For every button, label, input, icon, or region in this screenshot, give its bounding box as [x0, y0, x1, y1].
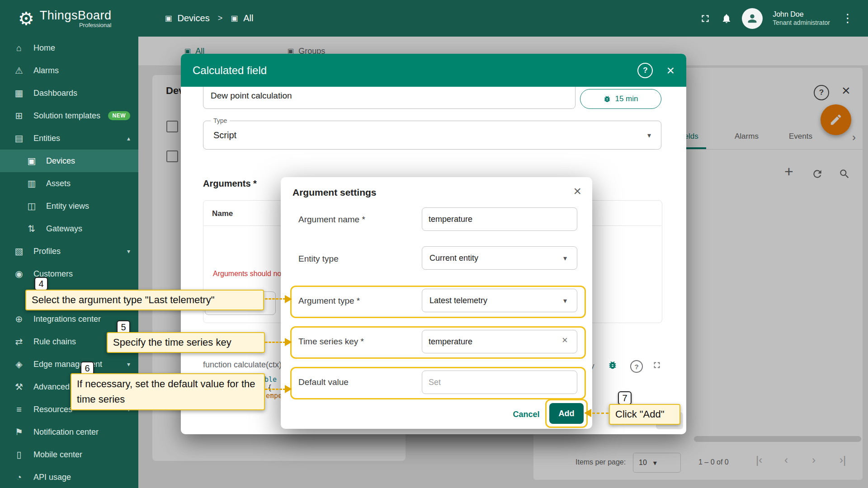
type-value: Script [213, 130, 236, 141]
time-series-key-input[interactable] [422, 330, 577, 353]
function-signature: function calculate(ctx) [203, 360, 282, 370]
chevron-down-icon: ▾ [127, 248, 130, 255]
code-line: { [268, 384, 272, 392]
sidebar-item-entity-views[interactable]: ◫ Entity views [0, 195, 138, 217]
dialog-title: Calculated field [193, 64, 637, 77]
sidebar-item-label: Solution templates [33, 111, 100, 121]
fullscreen-icon[interactable] [652, 360, 662, 372]
notification-center-icon: ⚑ [13, 427, 25, 437]
cancel-button[interactable]: Cancel [506, 405, 547, 423]
sidebar-item-api-usage[interactable]: ◔ API usage [0, 466, 138, 488]
sidebar-item-notification-center[interactable]: ⚑ Notification center [0, 421, 138, 443]
entity-type-label: Entity type [298, 254, 339, 264]
api-usage-icon: ◔ [13, 472, 25, 483]
breadcrumb-devices[interactable]: Devices [178, 13, 210, 23]
clear-icon[interactable]: × [562, 335, 568, 345]
callout-step-5-text: Specify the time series key [107, 332, 265, 353]
sidebar-item-home[interactable]: ⌂ Home [0, 37, 138, 59]
callout-connector [265, 298, 286, 300]
avatar[interactable] [742, 8, 763, 29]
user-info: John Doe Tenant administrator [773, 10, 830, 27]
mobile-center-icon: ▯ [13, 449, 25, 460]
sidebar-item-label: Home [33, 43, 55, 53]
fullscreen-icon[interactable] [699, 13, 711, 24]
entities-icon: ▤ [13, 133, 25, 144]
argument-name-label: Argument name * [298, 215, 365, 225]
callout-arrow-icon [285, 385, 292, 393]
dialog-title: Argument settings [292, 187, 377, 198]
chevron-up-icon: ▴ [127, 135, 130, 142]
app-title: ThingsBoard [40, 9, 112, 23]
callout-step-6-text: If necessary, set the default value for … [71, 373, 265, 410]
debug-duration-label: 15 min [615, 94, 638, 103]
argument-type-select[interactable]: Latest telemetry ▾ [422, 289, 577, 312]
sidebar-item-gateways[interactable]: ⇅ Gateways [0, 217, 138, 240]
header-actions: John Doe Tenant administrator ⋮ [699, 8, 855, 29]
bug-icon [603, 95, 611, 103]
chevron-down-icon: ▾ [127, 361, 130, 368]
sidebar-item-label: Profiles [33, 247, 61, 256]
help-icon[interactable]: ? [630, 360, 643, 373]
rule-chains-icon: ⇄ [13, 336, 25, 347]
sidebar-item-label: Mobile center [33, 450, 82, 460]
sidebar-item-devices[interactable]: ▣ Devices [0, 150, 138, 172]
assets-icon: ▥ [25, 178, 38, 189]
user-role: Tenant administrator [773, 19, 830, 27]
callout-connector [265, 389, 286, 390]
logo[interactable]: ⚙ ThingsBoard Professional [18, 9, 111, 28]
app-edition: Professional [79, 22, 112, 28]
sidebar-item-label: Gateways [46, 224, 82, 234]
integrations-icon: ⊕ [13, 314, 25, 324]
user-name: John Doe [773, 10, 830, 19]
help-icon[interactable]: ? [637, 63, 653, 78]
callout-connector [265, 342, 286, 343]
arguments-section-label: Arguments * [203, 178, 257, 189]
time-series-key-label: Time series key * [298, 337, 364, 347]
customers-icon: ◉ [13, 268, 25, 279]
all-group-icon: ▣ [231, 14, 238, 23]
debug-settings-chip[interactable]: 15 min [580, 89, 661, 109]
bug-icon[interactable] [608, 360, 618, 372]
entity-views-icon: ◫ [25, 201, 38, 211]
bell-icon[interactable] [721, 13, 732, 24]
chevron-down-icon: ▾ [563, 296, 567, 305]
breadcrumb-separator: > [218, 14, 223, 23]
default-value-label: Default value [298, 377, 349, 387]
arguments-name-header: Name [212, 209, 233, 218]
type-select[interactable]: Type Script ▾ [203, 121, 661, 150]
entity-type-select[interactable]: Current entity ▾ [422, 246, 577, 270]
sidebar: ⌂ Home ⚠ Alarms ▦ Dashboards ⊞ Solution … [0, 37, 138, 488]
breadcrumb-all[interactable]: All [243, 13, 253, 23]
argument-type-label: Argument type * [298, 296, 360, 306]
app-header: ⚙ ThingsBoard Professional ▣ Devices > ▣… [0, 0, 868, 37]
advanced-features-icon: ⚒ [13, 381, 25, 392]
sidebar-item-profiles[interactable]: ▧ Profiles ▾ [0, 240, 138, 263]
sidebar-item-label: Rule chains [33, 337, 76, 347]
add-button[interactable]: Add [549, 403, 584, 424]
logo-gear-icon: ⚙ [18, 9, 34, 28]
sidebar-item-entities[interactable]: ▤ Entities ▴ [0, 127, 138, 150]
new-badge: NEW [108, 111, 131, 120]
chevron-down-icon: ▾ [647, 131, 651, 140]
type-label: Type [211, 117, 230, 124]
sidebar-item-label: Notification center [33, 427, 99, 437]
callout-arrow-icon [285, 338, 292, 346]
sidebar-item-alarms[interactable]: ⚠ Alarms [0, 59, 138, 82]
breadcrumb: ▣ Devices > ▣ All [165, 13, 253, 23]
sidebar-item-label: Resources [33, 405, 72, 414]
kebab-menu-icon[interactable]: ⋮ [840, 11, 855, 25]
resources-icon: ≡ [13, 404, 25, 415]
sidebar-item-assets[interactable]: ▥ Assets [0, 172, 138, 195]
sidebar-item-edge-management[interactable]: ◈ Edge management ▾ [0, 353, 138, 375]
argument-name-input[interactable] [422, 207, 577, 231]
default-value-input[interactable]: Set [422, 371, 577, 394]
callout-step-4-number: 4 [34, 277, 48, 291]
sidebar-item-dashboards[interactable]: ▦ Dashboards [0, 82, 138, 104]
sidebar-item-customers[interactable]: ◉ Customers [0, 263, 138, 285]
entity-type-value: Current entity [429, 253, 478, 263]
callout-arrow-icon [285, 295, 292, 303]
sidebar-item-mobile-center[interactable]: ▯ Mobile center [0, 443, 138, 466]
close-icon[interactable]: × [666, 64, 675, 77]
sidebar-item-solution-templates[interactable]: ⊞ Solution templates NEW [0, 104, 138, 127]
close-icon[interactable]: × [573, 183, 581, 199]
